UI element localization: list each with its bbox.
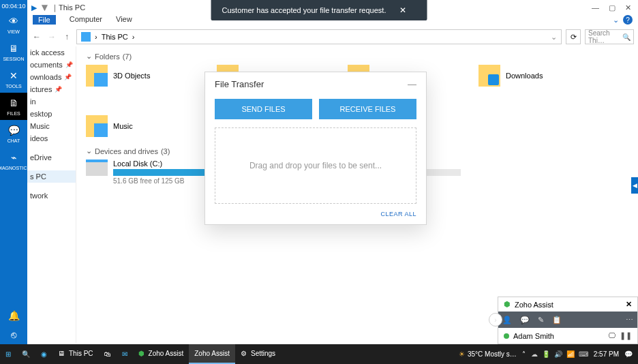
window-title: This PC [59, 3, 85, 12]
eye-icon: 👁 [7, 15, 20, 27]
files-icon: 🗎 [7, 97, 20, 109]
folder-icon: 🖥 [58, 350, 65, 357]
search-icon: 🔍 [622, 33, 631, 41]
chat-icon[interactable]: 💬 [520, 316, 530, 324]
tray-expand[interactable]: ˄ [522, 350, 526, 358]
sidebar-bell[interactable]: 🔔 [0, 306, 27, 325]
path-dropdown[interactable]: ⌄ [551, 33, 557, 42]
sidebar-exit[interactable]: ⎋ [0, 325, 27, 344]
tb-store[interactable]: 🛍 [99, 344, 117, 364]
tb-zoho1[interactable]: ⬢Zoho Assist [133, 344, 189, 364]
folder-music[interactable]: Music [86, 115, 188, 137]
tb-search[interactable]: 🔍 [16, 344, 35, 364]
sidebar-chat[interactable]: 💬CHAT [0, 120, 27, 147]
qa-bin[interactable]: in [27, 95, 76, 108]
ribbon-collapse[interactable]: ⌄ [613, 16, 619, 25]
minimize-button[interactable]: — [592, 3, 599, 12]
folder-3d-objects[interactable]: 3D Objects [86, 65, 188, 87]
sidebar-session[interactable]: 🖥SESSION [0, 38, 27, 65]
more-icon[interactable]: ⋯ [626, 316, 633, 324]
chat-icon: 💬 [7, 124, 20, 136]
tray-battery[interactable]: 🔋 [542, 350, 550, 358]
nav-forward[interactable]: → [46, 32, 57, 42]
tb-settings[interactable]: ⚙Settings [235, 344, 281, 364]
qa-documents[interactable]: ocuments📌 [27, 59, 76, 71]
status-dot [504, 333, 509, 339]
zoho-icon: ⬢ [138, 350, 145, 357]
send-files-button[interactable]: SEND FILES [215, 99, 312, 119]
za-user-row: Adam Smith 🖵 ❚❚ [498, 328, 637, 344]
pen-icon[interactable]: ✎ [538, 316, 544, 324]
monitor-icon: 🖥 [7, 42, 20, 55]
za-username: Adam Smith [513, 332, 554, 340]
side-handle[interactable]: ◀ [631, 177, 638, 194]
za-collapse-arrow[interactable]: › [489, 313, 502, 327]
refresh-button[interactable]: ⟳ [566, 29, 581, 44]
folder-icon [86, 65, 108, 87]
search-box[interactable]: Search Thi… 🔍 [585, 29, 634, 44]
path-box[interactable]: › This PC › ⌄ [76, 29, 562, 44]
pause-icon[interactable]: ❚❚ [620, 331, 632, 340]
bell-icon: 🔔 [8, 310, 20, 321]
pin-icon: 📌 [64, 74, 72, 80]
taskbar: ⊞ 🔍 ◉ 🖥This PC 🛍 ✉ ⬢Zoho Assist Zoho Ass… [0, 344, 638, 364]
za-close[interactable]: ✕ [626, 300, 632, 309]
qa-thispc[interactable]: s PC [27, 170, 76, 183]
tray-wifi[interactable]: 📶 [566, 350, 575, 358]
address-bar: ← → ↑ › This PC › ⌄ ⟳ Search Thi… 🔍 [27, 27, 638, 46]
tb-clock[interactable]: 2:57 PM [594, 350, 619, 358]
qa-onedrive[interactable]: eDrive [27, 151, 76, 164]
qa-pictures[interactable]: ictures📌 [27, 83, 76, 95]
folder-icon [478, 65, 500, 87]
qa-network[interactable]: twork [27, 189, 76, 202]
ribbon-file[interactable]: File [33, 15, 56, 25]
clear-all-link[interactable]: CLEAR ALL [205, 211, 426, 224]
tb-mail[interactable]: ✉ [117, 344, 133, 364]
folders-header[interactable]: ⌄Folders (7) [86, 52, 628, 61]
tray-onedrive[interactable]: ☁ [531, 350, 538, 358]
user-icon[interactable]: 👤 [502, 316, 512, 324]
tb-notifications[interactable]: 💬 [624, 350, 633, 358]
tray-lang[interactable]: ⌨ [579, 350, 588, 358]
toast-close[interactable]: ✕ [399, 5, 406, 15]
sidebar-diagnostics[interactable]: ⌁DIAGNOSTICS [0, 147, 27, 175]
sun-icon: ☀ [459, 350, 465, 358]
nav-back[interactable]: ← [31, 32, 42, 42]
tb-weather[interactable]: ☀35°C Mostly s… [459, 350, 517, 358]
help-icon[interactable]: ? [623, 15, 633, 25]
receive-files-button[interactable]: RECEIVE FILES [319, 99, 416, 119]
ribbon-computer[interactable]: Computer [70, 15, 102, 23]
qa-downloads[interactable]: ownloads📌 [27, 71, 76, 83]
nav-pane: ick access ocuments📌 ownloads📌 ictures📌 … [27, 46, 76, 343]
nav-up[interactable]: ↑ [61, 32, 72, 42]
app-icon: ▶ [31, 3, 37, 12]
dialog-title: File Transfer [215, 79, 264, 89]
screen-icon[interactable]: 🖵 [608, 331, 616, 340]
qa-music[interactable]: Music [27, 120, 76, 132]
folder-downloads[interactable]: Downloads [478, 65, 581, 87]
clipboard-icon[interactable]: 📋 [552, 316, 562, 324]
sidebar-tools[interactable]: ✕TOOLS [0, 65, 27, 93]
toast-message: Customer has accepted your file transfer… [222, 6, 386, 14]
folder-icon [86, 115, 108, 137]
maximize-button[interactable]: ▢ [609, 3, 616, 12]
qa-dropdown[interactable]: ⯆ [41, 3, 48, 12]
tb-thispc[interactable]: 🖥This PC [52, 344, 99, 364]
qa-videos[interactable]: ideos [27, 132, 76, 145]
tb-zoho2[interactable]: Zoho Assist [189, 344, 235, 364]
ribbon-view[interactable]: View [116, 15, 132, 23]
file-transfer-dialog: File Transfer — SEND FILES RECEIVE FILES… [204, 72, 427, 225]
windows-icon: ⊞ [5, 350, 11, 358]
sidebar-view[interactable]: 👁VIEW [0, 11, 27, 38]
tray-volume[interactable]: 🔊 [554, 350, 562, 358]
gear-icon: ⚙ [241, 350, 247, 357]
start-button[interactable]: ⊞ [0, 344, 16, 364]
close-button[interactable]: ✕ [625, 3, 631, 12]
tb-edge[interactable]: ◉ [35, 344, 52, 364]
sidebar-files[interactable]: 🗎FILES [0, 93, 27, 120]
zoho-assist-panel: ⬢ Zoho Assist ✕ › 👤 💬 ✎ 📋 ⋯ Adam Smith 🖵… [498, 297, 638, 344]
dialog-minimize[interactable]: — [408, 79, 416, 89]
qa-desktop[interactable]: esktop [27, 108, 76, 120]
drop-zone[interactable]: Drag and drop your files to be sent... [215, 127, 416, 204]
quick-access[interactable]: ick access [27, 46, 76, 59]
